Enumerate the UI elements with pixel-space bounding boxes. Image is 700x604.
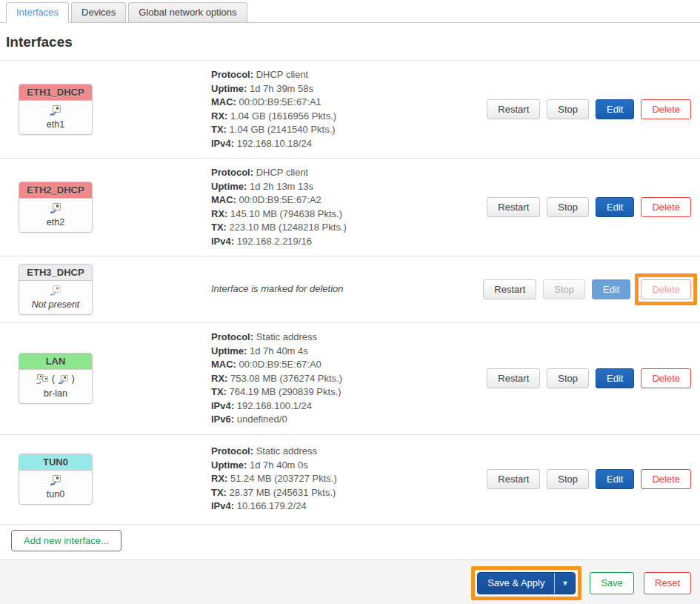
detail-label: Uptime:: [211, 345, 247, 356]
interface-details: Protocol: DHCP clientUptime: 1d 2h 13m 1…: [211, 166, 487, 248]
detail-label: IPv4:: [211, 138, 234, 149]
detail-label: RX:: [211, 208, 227, 219]
interface-detail-line: TX: 28.37 MB (245631 Pkts.): [211, 486, 479, 500]
detail-label: IPv4:: [211, 236, 234, 247]
interface-details: Interface is marked for deletion: [211, 282, 483, 296]
interface-detail-line: RX: 753.08 MB (376274 Pkts.): [211, 372, 479, 386]
detail-label: RX:: [211, 110, 227, 122]
stop-button[interactable]: Stop: [547, 99, 589, 119]
detail-label: TX:: [211, 222, 227, 233]
detail-label: RX:: [211, 473, 227, 484]
detail-value: DHCP client: [253, 69, 308, 80]
interface-row-tun0: TUN0 tun0 Protocol: Static addressUptime…: [0, 435, 700, 525]
interface-detail-line: Protocol: DHCP client: [211, 166, 479, 180]
interface-details: Protocol: Static addressUptime: 1d 7h 40…: [211, 445, 487, 514]
interface-card-body: Not present: [19, 281, 92, 314]
restart-button[interactable]: Restart: [487, 469, 540, 489]
detail-value: 10.166.179.2/24: [234, 500, 307, 511]
detail-value: undefined/0: [234, 414, 287, 425]
detail-label: Uptime:: [211, 181, 247, 192]
interface-card-cell: TUN0 tun0: [0, 454, 211, 505]
interface-card-tun0: TUN0 tun0: [19, 454, 93, 505]
interface-actions: Restart Stop Edit Delete: [483, 279, 691, 299]
tab-global-network-options[interactable]: Global network options: [128, 2, 247, 22]
detail-label: MAC:: [211, 194, 236, 205]
interface-row-eth3: ETH3_DHCP Not present Interface is marke…: [0, 256, 700, 323]
detail-value: 1d 7h 40m 4s: [247, 345, 307, 356]
page-title: Interfaces: [6, 34, 694, 50]
deletion-note: Interface is marked for deletion: [211, 283, 343, 294]
interface-card-cell: LAN ( ) br-lan: [0, 353, 211, 404]
detail-label: Protocol:: [211, 445, 253, 457]
interface-detail-line: MAC: 00:0D:B9:5E:67:A1: [211, 96, 479, 110]
detail-value: Static address: [253, 331, 317, 342]
interface-detail-line: IPv4: 192.168.2.219/16: [211, 235, 479, 249]
interface-card-body: eth1: [19, 101, 92, 134]
edit-button[interactable]: Edit: [596, 197, 634, 217]
reset-button[interactable]: Reset: [644, 572, 691, 594]
detail-label: Protocol:: [211, 69, 253, 80]
detail-value: 192.168.10.18/24: [234, 138, 312, 149]
add-new-interface-button[interactable]: Add new interface...: [11, 530, 121, 551]
delete-button[interactable]: Delete: [641, 469, 691, 489]
interface-actions: Restart Stop Edit Delete: [487, 469, 691, 489]
tab-devices[interactable]: Devices: [71, 2, 126, 22]
interface-detail-line: RX: 51.24 MB (203727 Pkts.): [211, 472, 479, 486]
detail-label: TX:: [211, 386, 227, 397]
interface-card-body: eth2: [19, 199, 92, 232]
interface-detail-line: Uptime: 1d 7h 40m 0s: [211, 459, 479, 473]
paren-open: (: [52, 373, 55, 384]
detail-label: Protocol:: [211, 331, 253, 342]
interface-detail-line: TX: 764.19 MB (290839 Pkts.): [211, 385, 479, 399]
bridge-icon: ( ): [21, 374, 90, 387]
edit-button[interactable]: Edit: [596, 469, 634, 489]
interface-detail-line: TX: 223.10 MB (1248218 Pkts.): [211, 221, 479, 235]
delete-button[interactable]: Delete: [641, 99, 691, 119]
ethernet-icon: [21, 285, 90, 298]
save-button[interactable]: Save: [590, 572, 634, 594]
dropdown-arrow-icon[interactable]: ▼: [554, 573, 575, 594]
detail-value: 1d 7h 40m 0s: [247, 459, 307, 471]
stop-button[interactable]: Stop: [547, 197, 589, 217]
restart-button[interactable]: Restart: [487, 99, 540, 119]
interface-detail-line: RX: 1.04 GB (1616956 Pkts.): [211, 110, 479, 124]
detail-label: MAC:: [211, 359, 236, 370]
restart-button[interactable]: Restart: [483, 279, 536, 299]
save-apply-button[interactable]: Save & Apply ▼: [477, 572, 576, 594]
tab-bar: Interfaces Devices Global network option…: [0, 0, 700, 23]
detail-value: 1.04 GB (1616956 Pkts.): [227, 110, 336, 122]
restart-button[interactable]: Restart: [487, 368, 540, 388]
detail-label: IPv4:: [211, 500, 234, 511]
delete-button[interactable]: Delete: [641, 279, 691, 299]
stop-button[interactable]: Stop: [547, 368, 589, 388]
interface-row-eth2: ETH2_DHCP eth2 Protocol: DHCP clientUpti…: [0, 159, 700, 256]
interface-name-badge: LAN: [19, 354, 92, 370]
delete-button[interactable]: Delete: [641, 368, 691, 388]
stop-button[interactable]: Stop: [547, 469, 589, 489]
interface-detail-line: MAC: 00:0D:B9:5E:67:A2: [211, 193, 479, 208]
edit-button: Edit: [592, 279, 630, 299]
detail-value: 51.24 MB (203727 Pkts.): [227, 473, 336, 484]
interface-card-body: tun0: [19, 471, 92, 504]
restart-button[interactable]: Restart: [487, 197, 540, 217]
edit-button[interactable]: Edit: [596, 368, 634, 388]
interface-card-eth2: ETH2_DHCP eth2: [19, 182, 93, 233]
device-label: eth2: [21, 217, 90, 228]
interface-row-eth1: ETH1_DHCP eth1 Protocol: DHCP clientUpti…: [0, 61, 700, 159]
detail-value: DHCP client: [253, 167, 308, 178]
tab-interfaces[interactable]: Interfaces: [6, 2, 69, 23]
detail-value: 223.10 MB (1248218 Pkts.): [227, 222, 347, 233]
interface-detail-line: IPv6: undefined/0: [211, 413, 479, 427]
interface-detail-line: IPv4: 192.168.10.18/24: [211, 137, 479, 151]
detail-label: MAC:: [211, 96, 236, 107]
detail-label: Uptime:: [211, 83, 247, 94]
detail-label: Protocol:: [211, 167, 253, 178]
highlight-box-save-apply: Save & Apply ▼: [471, 566, 581, 600]
detail-value: 28.37 MB (245631 Pkts.): [227, 487, 336, 498]
detail-value: 192.168.100.1/24: [234, 400, 312, 411]
edit-button[interactable]: Edit: [596, 99, 634, 119]
save-apply-label[interactable]: Save & Apply: [478, 573, 554, 594]
interface-details: Protocol: DHCP clientUptime: 1d 7h 39m 5…: [211, 68, 487, 150]
delete-button[interactable]: Delete: [641, 197, 691, 217]
interface-detail-line: RX: 145.10 MB (794638 Pkts.): [211, 208, 479, 222]
